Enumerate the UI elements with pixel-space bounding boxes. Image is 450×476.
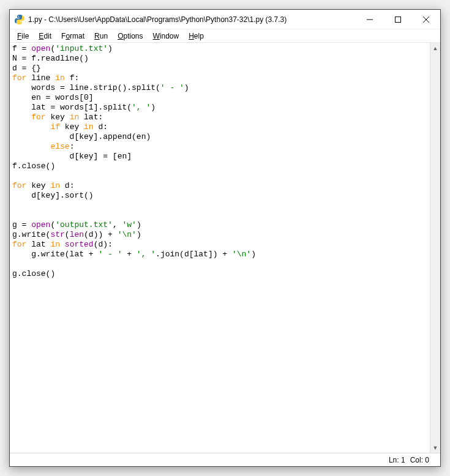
code-line (12, 210, 17, 220)
code-line: d[key].append(en) (12, 132, 151, 141)
scroll-down-icon[interactable]: ▼ (430, 442, 440, 453)
code-line: d[key] = [en] (12, 152, 132, 161)
vertical-scrollbar[interactable]: ▲ ▼ (430, 43, 440, 453)
status-line: Ln: 1 (389, 456, 405, 464)
svg-rect-3 (396, 17, 401, 22)
code-line: lat = words[1].split(', ') (12, 103, 156, 112)
code-line: words = line.strip().split(' - ') (12, 83, 189, 92)
code-line: for key in lat: (12, 113, 103, 122)
window-title: 1.py - C:\Users\User\AppData\Local\Progr… (28, 15, 356, 24)
menu-edit[interactable]: Edit (34, 31, 56, 42)
status-col: Col: 0 (410, 456, 429, 464)
minimize-button[interactable] (356, 10, 384, 29)
code-line: g = open('output.txt', 'w') (12, 220, 141, 229)
editor-area: f = open('input.txt') N = f.readline() d… (10, 43, 440, 453)
app-window: 1.py - C:\Users\User\AppData\Local\Progr… (9, 9, 441, 467)
code-line: g.write(str(len(d)) + '\n') (12, 230, 141, 239)
menu-format[interactable]: Format (56, 31, 89, 42)
code-line: en = words[0] (12, 93, 94, 102)
menu-help[interactable]: Help (184, 31, 209, 42)
code-line: if key in d: (12, 122, 108, 132)
scroll-up-icon[interactable]: ▲ (430, 43, 440, 53)
menubar: File Edit Format Run Options Window Help (10, 29, 440, 43)
svg-point-1 (20, 22, 21, 23)
code-line: N = f.readline() (12, 54, 89, 63)
code-line (12, 171, 17, 180)
menu-run[interactable]: Run (89, 31, 113, 42)
menu-window[interactable]: Window (148, 31, 184, 42)
code-line: f.close() (12, 162, 55, 171)
code-line: else: (12, 142, 74, 151)
code-line: f = open('input.txt') (12, 44, 113, 53)
menu-options[interactable]: Options (113, 31, 148, 42)
statusbar: Ln: 1 Col: 0 (10, 453, 440, 466)
code-line: for line in f: (12, 73, 79, 83)
code-line: for lat in sorted(d): (12, 240, 113, 249)
code-line: g.close() (12, 269, 55, 278)
code-line: d[key].sort() (12, 191, 94, 200)
code-line: g.write(lat + ' - ' + ', '.join(d[lat]) … (12, 250, 256, 259)
svg-point-0 (18, 15, 19, 17)
maximize-button[interactable] (384, 10, 412, 29)
code-line: d = {} (12, 64, 41, 73)
code-editor[interactable]: f = open('input.txt') N = f.readline() d… (10, 43, 430, 453)
titlebar[interactable]: 1.py - C:\Users\User\AppData\Local\Progr… (10, 10, 440, 29)
window-controls (356, 10, 440, 29)
code-line: for key in d: (12, 181, 74, 190)
code-line (12, 201, 17, 210)
close-button[interactable] (412, 10, 440, 29)
python-icon (15, 15, 24, 24)
code-line (12, 259, 17, 269)
menu-file[interactable]: File (12, 31, 34, 42)
